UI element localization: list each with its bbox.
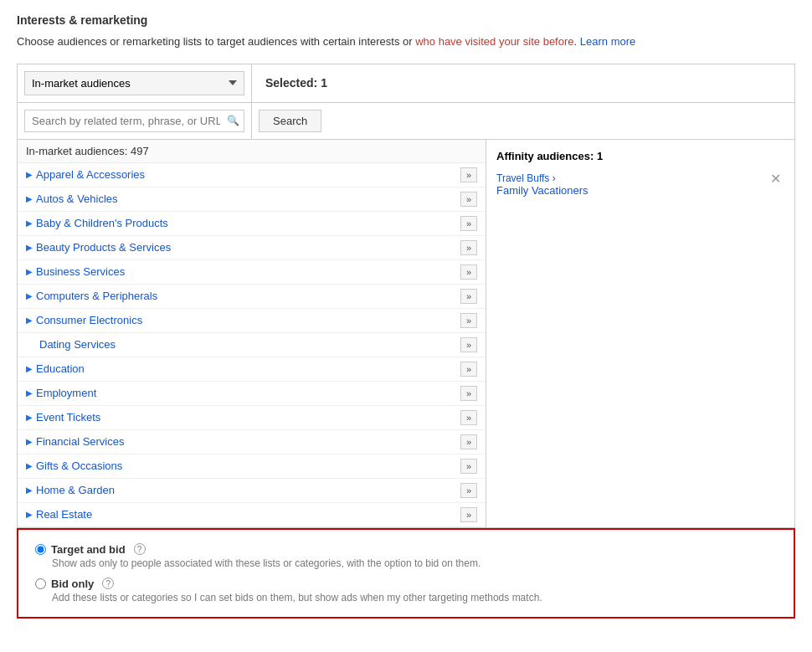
target-and-bid-radio[interactable] bbox=[35, 544, 46, 555]
selected-parent-label: Travel Buffs › bbox=[496, 172, 588, 184]
expand-icon-computers[interactable]: ▶ bbox=[26, 291, 33, 300]
expand-icon-baby[interactable]: ▶ bbox=[26, 218, 33, 228]
target-and-bid-label: Target and bid bbox=[51, 543, 126, 556]
category-expand-btn-autos[interactable]: » bbox=[460, 192, 477, 207]
targeting-options-panel: Target and bid ? Show ads only to people… bbox=[17, 528, 795, 619]
bid-only-option: Bid only ? Add these lists or categories… bbox=[35, 578, 777, 603]
category-item-baby: ▶Baby & Children's Products» bbox=[18, 212, 486, 236]
expand-icon-business[interactable]: ▶ bbox=[26, 267, 33, 276]
search-button[interactable]: Search bbox=[259, 110, 321, 132]
expand-icon-autos[interactable]: ▶ bbox=[26, 194, 33, 203]
category-item-gifts: ▶Gifts & Occasions» bbox=[18, 454, 486, 479]
category-item-business: ▶Business Services» bbox=[18, 260, 486, 285]
category-item-financial: ▶Financial Services» bbox=[18, 430, 486, 454]
selected-audience-item: Travel Buffs › Family Vacationers ✕ bbox=[496, 169, 784, 200]
expand-icon-apparel[interactable]: ▶ bbox=[26, 170, 33, 179]
category-link-consumer[interactable]: Consumer Electronics bbox=[36, 314, 142, 326]
category-expand-btn-business[interactable]: » bbox=[460, 264, 477, 280]
category-expand-btn-financial[interactable]: » bbox=[460, 434, 477, 449]
target-and-bid-help-icon[interactable]: ? bbox=[134, 543, 146, 555]
expand-icon-beauty[interactable]: ▶ bbox=[26, 243, 33, 252]
category-link-dating[interactable]: Dating Services bbox=[39, 338, 116, 351]
bid-only-desc: Add these lists or categories so I can s… bbox=[52, 592, 777, 603]
category-item-events: ▶Event Tickets» bbox=[18, 406, 486, 430]
category-link-gifts[interactable]: Gifts & Occasions bbox=[36, 459, 122, 472]
bid-only-label: Bid only bbox=[51, 578, 94, 590]
search-input[interactable] bbox=[24, 110, 244, 132]
category-link-apparel[interactable]: Apparel & Accessories bbox=[36, 168, 145, 181]
target-and-bid-option: Target and bid ? Show ads only to people… bbox=[35, 543, 777, 569]
learn-more-link[interactable]: Learn more bbox=[580, 35, 635, 48]
selected-count-label: Selected: 1 bbox=[265, 76, 327, 90]
category-item-realestate: ▶Real Estate» bbox=[18, 503, 486, 527]
category-expand-btn-beauty[interactable]: » bbox=[460, 240, 477, 255]
category-item-beauty: ▶Beauty Products & Services» bbox=[18, 236, 486, 260]
remove-item-button[interactable]: ✕ bbox=[767, 172, 784, 186]
category-item-education: ▶Education» bbox=[18, 357, 486, 382]
selected-child-label: Family Vacationers bbox=[496, 184, 588, 197]
category-item-apparel: ▶Apparel & Accessories» bbox=[18, 163, 486, 187]
category-link-realestate[interactable]: Real Estate bbox=[36, 508, 92, 521]
section-description: Choose audiences or remarketing lists to… bbox=[17, 33, 795, 50]
category-link-baby[interactable]: Baby & Children's Products bbox=[36, 217, 168, 229]
category-link-computers[interactable]: Computers & Peripherals bbox=[36, 290, 157, 302]
category-link-home[interactable]: Home & Garden bbox=[36, 484, 115, 496]
category-expand-btn-home[interactable]: » bbox=[460, 483, 477, 498]
category-expand-btn-events[interactable]: » bbox=[460, 410, 477, 425]
expand-icon-gifts[interactable]: ▶ bbox=[26, 461, 33, 470]
category-item-computers: ▶Computers & Peripherals» bbox=[18, 285, 486, 309]
category-expand-btn-realestate[interactable]: » bbox=[460, 507, 477, 522]
category-expand-btn-education[interactable]: » bbox=[460, 362, 477, 377]
expand-icon-events[interactable]: ▶ bbox=[26, 413, 33, 422]
category-expand-btn-apparel[interactable]: » bbox=[460, 167, 477, 182]
category-link-events[interactable]: Event Tickets bbox=[36, 411, 100, 424]
category-link-autos[interactable]: Autos & Vehicles bbox=[36, 193, 118, 205]
bid-only-help-icon[interactable]: ? bbox=[102, 578, 114, 589]
category-item-home: ▶Home & Garden» bbox=[18, 479, 486, 503]
category-item-employment: ▶Employment» bbox=[18, 382, 486, 406]
category-link-employment[interactable]: Employment bbox=[36, 387, 96, 399]
expand-icon-education[interactable]: ▶ bbox=[26, 364, 33, 373]
expand-icon-home[interactable]: ▶ bbox=[26, 485, 33, 495]
category-link-financial[interactable]: Financial Services bbox=[36, 435, 125, 448]
category-item-dating: Dating Services» bbox=[18, 333, 486, 357]
category-link-education[interactable]: Education bbox=[36, 362, 85, 375]
category-expand-btn-baby[interactable]: » bbox=[460, 216, 477, 231]
audience-type-dropdown[interactable]: In-market audiencesAffinity audiencesRem… bbox=[24, 71, 244, 95]
category-expand-btn-consumer[interactable]: » bbox=[460, 313, 477, 328]
expand-icon-consumer[interactable]: ▶ bbox=[26, 316, 33, 325]
category-link-business[interactable]: Business Services bbox=[36, 265, 125, 278]
category-expand-btn-dating[interactable]: » bbox=[460, 337, 477, 352]
expand-icon-realestate[interactable]: ▶ bbox=[26, 510, 33, 519]
expand-icon-financial[interactable]: ▶ bbox=[26, 437, 33, 446]
bid-only-radio[interactable] bbox=[35, 578, 46, 589]
category-link-beauty[interactable]: Beauty Products & Services bbox=[36, 241, 171, 254]
affinity-label: Affinity audiences: 1 bbox=[496, 150, 784, 162]
section-title: Interests & remarketing bbox=[17, 13, 795, 27]
category-expand-btn-gifts[interactable]: » bbox=[460, 459, 477, 474]
category-expand-btn-employment[interactable]: » bbox=[460, 386, 477, 401]
category-item-consumer: ▶Consumer Electronics» bbox=[18, 309, 486, 333]
category-expand-btn-computers[interactable]: » bbox=[460, 289, 477, 304]
category-item-autos: ▶Autos & Vehicles» bbox=[18, 187, 486, 212]
search-icon: 🔍 bbox=[227, 115, 239, 126]
list-header: In-market audiences: 497 bbox=[18, 140, 486, 163]
target-and-bid-desc: Show ads only to people associated with … bbox=[52, 557, 777, 569]
expand-icon-employment[interactable]: ▶ bbox=[26, 388, 33, 398]
